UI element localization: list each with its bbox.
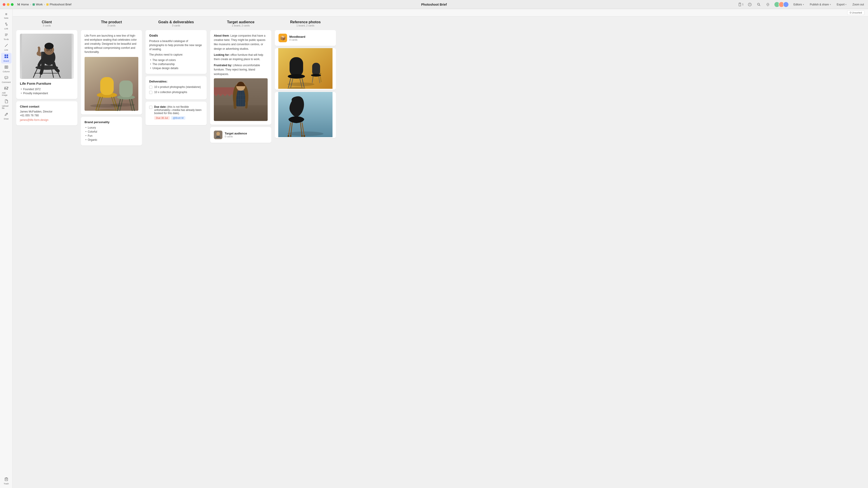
- publish-share-button[interactable]: Publish & share ▾: [809, 2, 832, 7]
- due-date-card: Due date: (this is not flexible unfortun…: [146, 102, 207, 125]
- brand-bullet-organic: Organic: [86, 138, 138, 142]
- notification-count: 1: [742, 3, 743, 6]
- sidebar-item-line[interactable]: Line: [1, 42, 11, 53]
- chevron-down-icon: ▾: [845, 3, 846, 6]
- goals-column-subtitle: 3 cards: [146, 24, 207, 27]
- svg-point-20: [7, 77, 7, 78]
- client-column-header: Client 3 cards: [16, 20, 77, 28]
- work-dot: [33, 3, 35, 6]
- audience-column: Target audience 1 board, 2 cards About t…: [210, 20, 271, 484]
- sidebar-item-board[interactable]: Board: [1, 53, 11, 64]
- client-photo: [20, 34, 74, 79]
- svg-point-91: [311, 74, 321, 76]
- brand-personality-card: Brand personality Luxury Colorful Fun Or…: [81, 117, 142, 145]
- svg-rect-14: [5, 66, 6, 68]
- client-contact-card: Client contact James McFadden, Director …: [16, 101, 77, 125]
- svg-point-84: [288, 74, 305, 78]
- svg-rect-1: [739, 3, 740, 3]
- frustrated-by: Frustrated by: Lifeless uncomfortable fu…: [214, 63, 268, 76]
- export-button[interactable]: Export ▾: [835, 2, 848, 7]
- product-desc-card: Life Form are launching a new line of hi…: [81, 30, 142, 115]
- audience-board-info: Target audience 0 cards: [225, 132, 247, 138]
- moodboard-name: Moodboard: [289, 35, 305, 38]
- svg-line-5: [759, 5, 760, 6]
- sidebar-item-comment[interactable]: Comment: [1, 74, 11, 85]
- audience-board-card[interactable]: Target audience 0 cards: [210, 127, 271, 143]
- svg-rect-16: [7, 66, 8, 68]
- help-icon[interactable]: ?: [747, 2, 753, 7]
- client-photo-svg: [22, 34, 72, 79]
- due-badges: Due 30 Jul @Brett W: [154, 116, 203, 120]
- capture-item-2: The craftsmanship: [150, 62, 203, 66]
- svg-rect-26: [5, 478, 8, 481]
- note-icon: ≡: [5, 12, 7, 16]
- sidebar-label-uploadfile: Upload file: [2, 105, 11, 109]
- svg-point-104: [301, 135, 303, 137]
- moodboard-card[interactable]: 📦 Moodboard 0 cards: [275, 30, 336, 46]
- svg-rect-15: [6, 66, 7, 68]
- avatar-group: [774, 2, 789, 7]
- client-contact-phone: +61 055 76 780: [20, 114, 74, 117]
- sidebar-item-todo[interactable]: To-do: [1, 32, 11, 42]
- sidebar-label-note: Note: [4, 17, 8, 19]
- audience-column-title: Target audience: [210, 20, 271, 24]
- avatar-3: [783, 2, 789, 7]
- sidebar-label-column: Column: [3, 70, 10, 73]
- content-area: 0 Unsorted Client 3 cards: [13, 9, 868, 488]
- zoom-button[interactable]: Zoom out: [851, 2, 865, 7]
- client-name: Life Form Furniture: [20, 82, 74, 86]
- sidebar-item-uploadfile[interactable]: Upload file: [1, 98, 11, 111]
- sidebar-label-link: Link: [4, 28, 8, 30]
- sidebar-item-trash[interactable]: Trash: [1, 476, 11, 486]
- svg-point-76: [216, 132, 220, 135]
- fullscreen-button[interactable]: [11, 3, 13, 6]
- capture-item-3: Unique design details: [150, 66, 203, 70]
- sidebar-item-column[interactable]: Column: [1, 64, 11, 74]
- bell-icon[interactable]: [765, 2, 771, 7]
- audience-photo: [214, 78, 268, 121]
- svg-point-96: [287, 131, 323, 136]
- link-icon: [4, 22, 8, 27]
- sidebar-item-draw[interactable]: Draw: [1, 111, 11, 121]
- sidebar-label-board: Board: [3, 60, 9, 62]
- due-date-content: Due date: (this is not flexible unfortun…: [154, 105, 203, 120]
- product-column: The product 3 cards Life Form are launch…: [81, 20, 142, 484]
- sidebar-item-link[interactable]: Link: [1, 21, 11, 31]
- minimize-button[interactable]: [7, 3, 9, 6]
- svg-rect-83: [289, 57, 303, 76]
- breadcrumb-home[interactable]: 𝐌 Home: [17, 3, 29, 6]
- client-bullet-2: Proudly independant: [21, 91, 74, 95]
- search-icon[interactable]: [756, 2, 762, 7]
- brand-personality-title: Brand personality: [85, 121, 138, 124]
- svg-rect-90: [312, 63, 320, 75]
- brand-bullets: Luxury Colorful Fun Organic: [85, 126, 138, 142]
- due-date-badge: Due 30 Jul: [154, 116, 170, 120]
- sidebar-item-note[interactable]: ≡ Note: [1, 11, 11, 21]
- moodboard-info: Moodboard 0 cards: [289, 35, 305, 41]
- moodboard-link: 📦 Moodboard 0 cards: [278, 34, 332, 42]
- close-button[interactable]: [3, 3, 5, 6]
- product-column-header: The product 3 cards: [81, 20, 142, 28]
- breadcrumb-photoshoot[interactable]: Photoshoot Brief: [46, 3, 71, 6]
- svg-line-9: [5, 44, 8, 47]
- editors-button[interactable]: Editors ▾: [792, 2, 805, 7]
- audience-info-card: About them: Large companies that have a …: [210, 30, 271, 125]
- clipboard-icon[interactable]: 1: [738, 2, 744, 7]
- photoshoot-label: Photoshoot Brief: [50, 3, 71, 6]
- brand-bullet-colorful: Colorful: [86, 130, 138, 134]
- due-date-checkbox[interactable]: [149, 106, 152, 109]
- board-icon: [4, 54, 8, 59]
- client-main-card: Life Form Furniture Founded 1972 Proudly…: [16, 30, 77, 99]
- svg-point-19: [6, 77, 6, 78]
- audience-photo-svg: [214, 78, 268, 121]
- todo-icon: [4, 33, 8, 37]
- checkbox-2[interactable]: [149, 91, 152, 94]
- audience-column-header: Target audience 1 board, 2 cards: [210, 20, 271, 28]
- checkbox-1[interactable]: [149, 86, 152, 89]
- deliverable-label-1: 10 x product photographs (standalone): [154, 86, 201, 89]
- svg-point-101: [287, 135, 289, 137]
- sidebar-item-addimage[interactable]: Add image: [1, 85, 11, 98]
- breadcrumb-work[interactable]: Work: [33, 3, 43, 6]
- audience-board-name: Target audience: [225, 132, 247, 135]
- client-contact-email[interactable]: james@life-form.design: [20, 119, 49, 122]
